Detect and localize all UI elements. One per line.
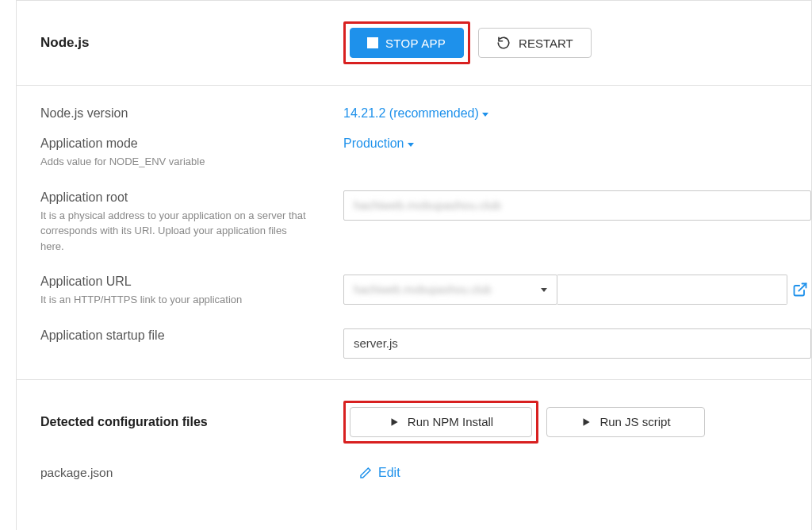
restart-label: RESTART bbox=[519, 36, 573, 50]
run-js-script-button[interactable]: Run JS script bbox=[546, 407, 705, 437]
version-value: 14.21.2 (recommended) bbox=[343, 106, 479, 121]
chevron-down-icon bbox=[408, 143, 414, 147]
pencil-icon bbox=[359, 467, 372, 479]
startup-label: Application startup file bbox=[40, 328, 327, 343]
stop-app-button[interactable]: STOP APP bbox=[350, 28, 464, 58]
run-npm-install-button[interactable]: Run NPM Install bbox=[350, 407, 532, 437]
run-npm-label: Run NPM Install bbox=[408, 415, 493, 428]
app-mode-value: Production bbox=[343, 136, 404, 151]
stop-app-label: STOP APP bbox=[385, 36, 446, 50]
startup-input[interactable] bbox=[343, 328, 811, 359]
chevron-down-icon bbox=[482, 113, 488, 117]
highlight-stop: STOP APP bbox=[343, 21, 470, 64]
app-url-select[interactable]: hachiweb.mobupashou.club bbox=[343, 275, 557, 305]
app-root-value: hachiweb.mobupashou.club bbox=[354, 198, 501, 212]
svg-line-0 bbox=[799, 284, 806, 291]
restart-icon bbox=[496, 36, 511, 50]
edit-label: Edit bbox=[378, 466, 400, 480]
app-root-hint: It is a physical address to your applica… bbox=[40, 208, 310, 255]
config-title: Detected configuration files bbox=[40, 415, 208, 428]
open-url-button[interactable] bbox=[792, 282, 808, 298]
app-url-hint: It is an HTTP/HTTPS link to your applica… bbox=[40, 292, 310, 308]
app-root-input[interactable]: hachiweb.mobupashou.club bbox=[343, 190, 811, 221]
config-file-name: package.json bbox=[40, 466, 327, 480]
highlight-npm: Run NPM Install bbox=[343, 401, 538, 444]
edit-config-button[interactable]: Edit bbox=[359, 466, 400, 480]
version-dropdown[interactable]: 14.21.2 (recommended) bbox=[343, 106, 488, 121]
restart-button[interactable]: RESTART bbox=[478, 28, 592, 58]
chevron-down-icon bbox=[541, 288, 547, 292]
run-js-label: Run JS script bbox=[599, 415, 670, 428]
app-mode-hint: Adds value for NODE_ENV variable bbox=[40, 154, 310, 170]
app-mode-dropdown[interactable]: Production bbox=[343, 136, 414, 151]
stop-icon bbox=[368, 38, 377, 48]
app-url-value: hachiweb.mobupashou.club bbox=[354, 283, 492, 296]
external-link-icon bbox=[792, 282, 808, 298]
version-label: Node.js version bbox=[40, 106, 327, 121]
play-icon bbox=[389, 417, 400, 428]
svg-marker-2 bbox=[584, 418, 590, 425]
app-url-path-input[interactable] bbox=[557, 275, 787, 305]
svg-marker-1 bbox=[391, 418, 397, 425]
app-mode-label: Application mode bbox=[40, 136, 327, 151]
play-icon bbox=[580, 417, 592, 428]
page-title: Node.js bbox=[40, 35, 89, 50]
app-root-label: Application root bbox=[40, 190, 327, 205]
app-url-label: Application URL bbox=[40, 275, 327, 289]
